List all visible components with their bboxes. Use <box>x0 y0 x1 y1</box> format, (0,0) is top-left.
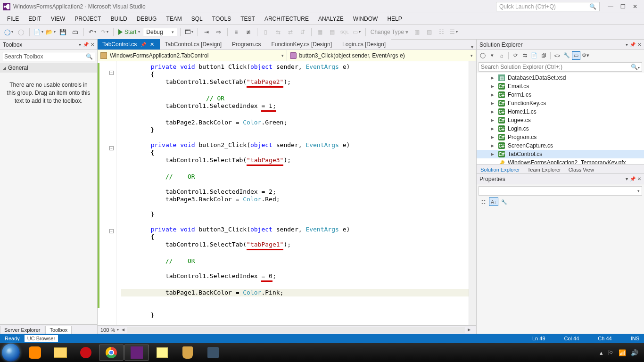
categorized-icon[interactable]: ☷ <box>479 197 488 206</box>
expand-icon[interactable]: ▶ <box>491 152 495 156</box>
fwd-icon[interactable]: ▾ <box>488 51 496 60</box>
outline-toggle[interactable]: − <box>109 229 114 233</box>
tree-item[interactable]: ▶C#TabControl.cs <box>477 150 644 158</box>
toolbar-btn-c[interactable]: ⇄ <box>285 27 296 37</box>
table-button[interactable]: ▤ <box>327 27 338 37</box>
menu-sql[interactable]: SQL <box>187 15 207 23</box>
expand-icon[interactable]: ▶ <box>491 92 495 97</box>
solution-search-input[interactable]: Search Solution Explorer (Ctrl+;) 🔍▾ <box>479 62 642 72</box>
panel-options-icon[interactable]: ▾ <box>626 42 628 47</box>
status-uc-browser[interactable]: UC Browser <box>25 335 58 342</box>
tab-overflow-button[interactable]: ▾ <box>468 44 476 49</box>
toolbar-btn-a[interactable]: ▯ <box>260 27 272 37</box>
tab-toolbox[interactable]: Toolbox <box>45 326 72 334</box>
new-project-button[interactable]: 📄 <box>33 27 44 37</box>
system-tray[interactable]: ▴ 🏳 📶 🔊 <box>600 349 642 356</box>
tree-item[interactable]: ▶C#Logee.cs <box>477 116 644 124</box>
expand-icon[interactable]: ▶ <box>491 109 495 114</box>
home-icon[interactable]: ⌂ <box>497 51 506 60</box>
tree-item[interactable]: ▶C#Form1.cs <box>477 90 644 99</box>
show-hidden-icon[interactable]: ▴ <box>600 349 603 356</box>
tree-item[interactable]: ▶C#Program.cs <box>477 133 644 141</box>
tab-server-explorer[interactable]: Server Explorer <box>0 326 44 334</box>
menu-test[interactable]: TEST <box>236 15 259 23</box>
tree-item[interactable]: 🔑WindowsFormsApplication2_TemporaryKey.p… <box>477 158 644 164</box>
tab-solution-explorer[interactable]: Solution Explorer <box>477 166 524 173</box>
taskbar-visual-studio[interactable] <box>124 345 149 361</box>
code-icon[interactable]: <> <box>553 51 561 60</box>
panel-options-icon[interactable]: ▾ <box>626 176 628 181</box>
editor-tab-tabcontrol-cs[interactable]: TabControl.cs 📌 ✕ <box>98 39 160 49</box>
taskbar-sticky-notes[interactable] <box>150 345 174 361</box>
configuration-select[interactable]: Debug <box>143 28 177 36</box>
redo-button[interactable]: ↷ <box>99 27 110 37</box>
editor-tab-program-cs[interactable]: Program.cs <box>227 39 266 49</box>
menu-help[interactable]: HELP <box>383 15 406 23</box>
zoom-level[interactable]: 100 % <box>100 327 115 333</box>
volume-icon[interactable]: 🔊 <box>631 349 638 356</box>
code-content[interactable]: private void button1_Click(object sender… <box>116 61 469 325</box>
menu-architecture[interactable]: ARCHITECTURE <box>260 15 313 23</box>
taskbar-explorer[interactable] <box>48 345 73 361</box>
vertical-scrollbar[interactable] <box>469 61 476 325</box>
alphabetical-icon[interactable]: A↓ <box>489 197 498 206</box>
refresh-icon[interactable]: ⟳ <box>511 51 520 60</box>
scroll-left-button[interactable]: ◀ <box>122 328 124 332</box>
toolbar-btn-d[interactable]: ⇵ <box>297 27 308 37</box>
flag-icon[interactable]: 🏳 <box>608 349 614 356</box>
tree-item[interactable]: ▶▤Database1DataSet.xsd <box>477 74 644 82</box>
close-button[interactable]: ✕ <box>629 3 641 10</box>
tree-item[interactable]: ▶C#FunctionKey.cs <box>477 99 644 107</box>
expand-icon[interactable]: ▶ <box>491 75 495 80</box>
properties-icon[interactable]: 🔧 <box>562 51 571 60</box>
open-file-button[interactable]: 📂 <box>45 27 56 37</box>
panel-close-icon[interactable]: ✕ <box>637 42 641 47</box>
comment-button[interactable]: ≡ <box>231 27 242 37</box>
panel-pin-icon[interactable]: 📌 <box>83 42 89 47</box>
expand-icon[interactable]: ▶ <box>491 143 495 148</box>
panel-close-icon[interactable]: ✕ <box>637 176 641 181</box>
panel-pin-icon[interactable]: 📌 <box>630 42 636 47</box>
scroll-right-button[interactable]: ▶ <box>468 328 471 332</box>
step-into-button[interactable]: ⇥ <box>201 27 212 37</box>
solution-tree[interactable]: ▶▤Database1DataSet.xsd▶C#Email.cs▶C#Form… <box>477 73 644 164</box>
restore-button[interactable]: ❐ <box>617 3 629 10</box>
browser-button[interactable]: 🗔 <box>183 27 195 37</box>
properties-object-select[interactable]: ▾ <box>479 186 642 196</box>
close-icon[interactable]: ✕ <box>150 41 154 48</box>
taskbar-opera[interactable] <box>74 345 98 361</box>
col-btn-3[interactable]: ☷ <box>436 27 447 37</box>
horizontal-scrollbar[interactable] <box>127 327 465 333</box>
taskbar-uc-browser[interactable] <box>23 345 47 361</box>
props-page-icon[interactable]: 🔧 <box>499 197 509 206</box>
window-button[interactable]: ▭ <box>351 27 363 37</box>
panel-pin-icon[interactable]: 📌 <box>630 176 636 181</box>
nav-back-button[interactable]: ◯ <box>3 27 14 37</box>
expand-icon[interactable]: ▶ <box>491 84 495 89</box>
tree-item[interactable]: ▶C#Home11.cs <box>477 107 644 116</box>
undo-button[interactable]: ↶ <box>87 27 98 37</box>
member-selector[interactable]: button3_Click(object sender, EventArgs e… <box>287 50 477 61</box>
view-icon[interactable]: ⚙▾ <box>581 51 590 60</box>
menu-analyze[interactable]: ANALYZE <box>314 15 348 23</box>
network-icon[interactable]: 📶 <box>619 349 626 356</box>
tree-item[interactable]: ▶C#ScreenCapture.cs <box>477 141 644 150</box>
expand-icon[interactable]: ▶ <box>491 135 495 140</box>
menu-debug[interactable]: DEBUG <box>132 15 161 23</box>
expand-icon[interactable]: ▶ <box>491 101 495 106</box>
menu-edit[interactable]: EDIT <box>24 15 45 23</box>
save-button[interactable]: 💾 <box>57 27 68 37</box>
save-all-button[interactable]: 🗃 <box>69 27 81 37</box>
panel-options-icon[interactable]: ▾ <box>79 42 81 47</box>
menu-project[interactable]: PROJECT <box>70 15 105 23</box>
menu-file[interactable]: FILE <box>3 15 23 23</box>
nav-forward-button[interactable]: ◯ <box>15 27 26 37</box>
change-type-dropdown[interactable]: Change Type ▾ <box>369 29 411 35</box>
tab-team-explorer[interactable]: Team Explorer <box>524 166 565 173</box>
sql-button[interactable]: SQL <box>339 27 350 37</box>
editor-tab-login-design[interactable]: Login.cs [Design] <box>338 39 391 49</box>
minimize-button[interactable]: — <box>604 3 617 10</box>
step-over-button[interactable]: ⇨ <box>213 27 224 37</box>
tree-item[interactable]: ▶C#Login.cs <box>477 124 644 133</box>
toolbar-btn-b[interactable]: ⇆ <box>272 27 284 37</box>
